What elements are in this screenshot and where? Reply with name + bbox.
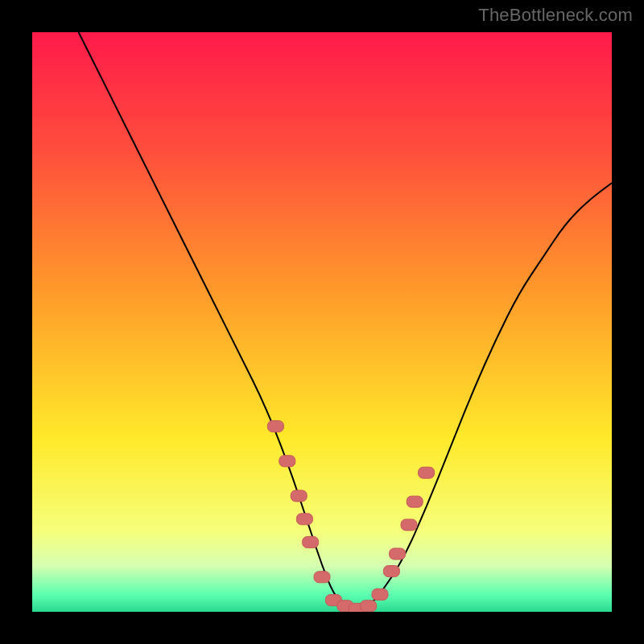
marker-point <box>383 566 399 577</box>
marker-point <box>390 548 406 559</box>
marker-point <box>296 514 312 525</box>
marker-point <box>407 496 423 507</box>
marker-point <box>361 601 377 612</box>
bottleneck-chart <box>32 32 612 612</box>
marker-point <box>303 537 319 548</box>
marker-point <box>401 519 417 530</box>
marker-point <box>279 456 295 467</box>
marker-point <box>267 421 283 432</box>
marker-point <box>291 490 307 502</box>
watermark-text: TheBottleneck.com <box>478 5 633 26</box>
marker-point <box>419 467 435 478</box>
chart-frame: TheBottleneck.com <box>0 0 644 644</box>
gradient-background <box>32 32 612 612</box>
marker-point <box>314 572 330 583</box>
marker-point <box>372 588 388 600</box>
